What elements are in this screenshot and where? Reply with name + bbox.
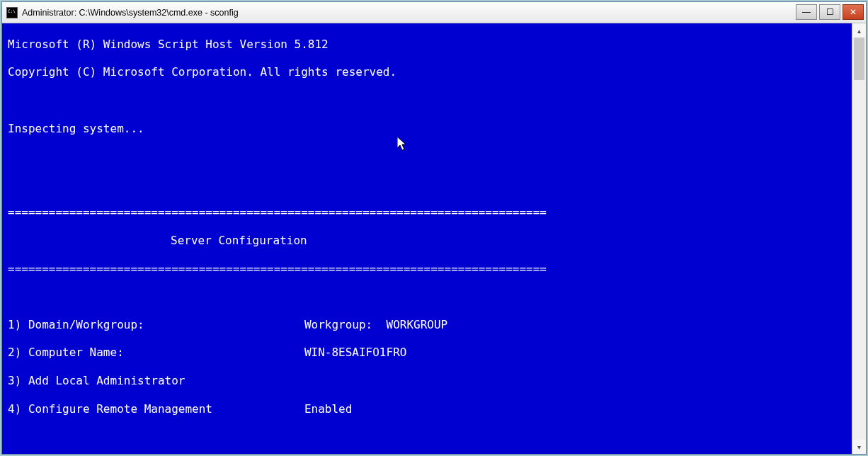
blank-line [8, 290, 852, 304]
window-controls: — ☐ ✕ [796, 2, 866, 23]
section-title: Server Configuration [8, 234, 852, 248]
maximize-button[interactable]: ☐ [819, 4, 840, 20]
vertical-scrollbar[interactable]: ▴ ▾ [852, 23, 866, 454]
header-line-2: Copyright (C) Microsoft Corporation. All… [8, 65, 852, 79]
value-remote-mgmt: Enabled [304, 402, 352, 416]
scroll-track[interactable] [852, 38, 866, 440]
scroll-down-button[interactable]: ▾ [852, 440, 866, 454]
minimize-button[interactable]: — [796, 4, 817, 20]
cmd-window: Administrator: C:\Windows\system32\cmd.e… [1, 1, 867, 455]
close-button[interactable]: ✕ [843, 4, 864, 20]
divider-bottom: ========================================… [8, 262, 852, 276]
divider-top: ========================================… [8, 205, 852, 220]
menu-item-1: 1) Domain/Workgroup:Workgroup: WORKGROUP [8, 318, 852, 332]
window-title: Administrator: C:\Windows\system32\cmd.e… [22, 8, 796, 18]
menu-item-3: 3) Add Local Administrator [8, 374, 852, 388]
value-workgroup: Workgroup: WORKGROUP [304, 318, 447, 331]
blank-line [8, 430, 852, 444]
blank-line [8, 149, 852, 164]
titlebar[interactable]: Administrator: C:\Windows\system32\cmd.e… [2, 2, 866, 23]
blank-line [8, 178, 852, 192]
menu-item-2: 2) Computer Name:WIN-8ESAIFO1FRO [8, 346, 852, 360]
scroll-thumb[interactable] [854, 38, 864, 80]
cmd-icon [6, 7, 18, 18]
blank-line [8, 93, 852, 108]
menu-item-4: 4) Configure Remote ManagementEnabled [8, 402, 852, 416]
client-area: Microsoft (R) Windows Script Host Versio… [2, 23, 866, 454]
scroll-up-button[interactable]: ▴ [852, 23, 866, 38]
value-computer-name: WIN-8ESAIFO1FRO [304, 346, 407, 359]
inspecting-line: Inspecting system... [8, 122, 852, 136]
header-line-1: Microsoft (R) Windows Script Host Versio… [8, 38, 852, 52]
console-output[interactable]: Microsoft (R) Windows Script Host Versio… [2, 23, 852, 454]
